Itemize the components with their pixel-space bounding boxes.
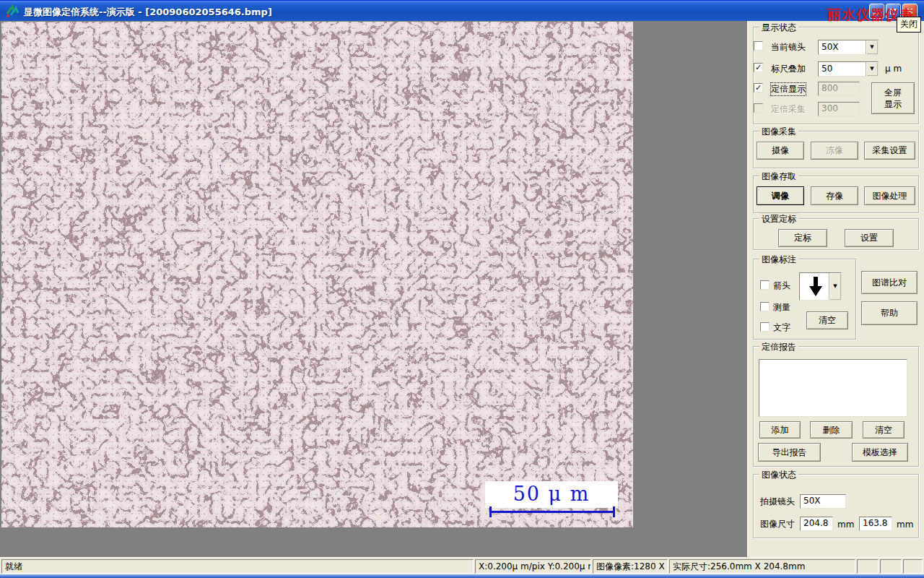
fixed-capture-label: 定倍采集 [771, 103, 806, 116]
close-tooltip: 关闭 [897, 17, 921, 33]
chevron-down-icon[interactable]: ▼ [866, 40, 878, 54]
app-window: 显微图像定倍系统--演示版 - [20090602055646.bmp] × 丽… [0, 0, 924, 578]
app-icon [5, 4, 19, 18]
group-display-status-title: 显示状态 [759, 22, 798, 34]
fixed-capture-checkbox [754, 103, 763, 113]
delete-report-button[interactable]: 删除 [810, 421, 853, 439]
ruler-overlay-checkbox[interactable]: ✓ [754, 63, 763, 72]
load-image-button[interactable]: 调像 [757, 186, 804, 205]
fixed-display-checkbox[interactable]: ✓ [754, 83, 763, 92]
group-image-status-title: 图像状态 [759, 469, 798, 481]
ruler-overlay-label: 标尺叠加 [771, 63, 806, 75]
chevron-down-icon[interactable]: ▼ [829, 273, 841, 300]
fixed-capture-field: 300 [818, 102, 860, 116]
status-empty-3 [903, 559, 923, 574]
status-empty-2 [880, 559, 902, 574]
group-report-title: 定倍报告 [759, 341, 798, 353]
image-size-label: 图像尺寸 [760, 518, 795, 530]
status-pixel-scale: X:0.200μ m/pix Y:0.200μ m/pix [475, 559, 591, 574]
fixed-display-field: 800 [818, 82, 860, 96]
scale-bar-tick-right [613, 506, 615, 517]
measure-label: 测量 [773, 301, 790, 314]
chevron-down-icon[interactable]: ▼ [866, 62, 878, 76]
freeze-button: 冻像 [811, 142, 858, 160]
measure-checkbox[interactable] [760, 302, 770, 311]
ruler-unit-label: μ m [885, 64, 902, 74]
clear-report-button[interactable]: 清空 [863, 421, 905, 439]
window-title: 显微图像定倍系统--演示版 - [20090602055646.bmp] [24, 6, 272, 19]
fullscreen-button[interactable]: 全屏 显示 [871, 82, 915, 114]
image-height-unit: mm [897, 519, 913, 530]
capture-button[interactable]: 摄像 [757, 142, 804, 160]
text-label: 文字 [773, 322, 790, 334]
status-image-pixels: 图像像素:1280 X 1024 [593, 559, 668, 574]
add-report-button[interactable]: 添加 [759, 421, 801, 439]
template-select-button[interactable]: 模板选择 [852, 443, 908, 462]
report-list[interactable] [759, 359, 907, 417]
shoot-lens-field: 50X [800, 494, 846, 509]
taskbar-edge [0, 574, 924, 578]
image-processing-button[interactable]: 图像处理 [864, 186, 915, 205]
image-width-unit: mm [837, 519, 854, 530]
scale-bar-label: 50 μ m [485, 481, 618, 508]
current-lens-checkbox[interactable] [754, 41, 763, 51]
text-checkbox[interactable] [760, 322, 770, 332]
specimen-image[interactable] [1, 22, 633, 527]
big-down-arrow-icon [808, 276, 824, 298]
status-actual-size: 实际尺寸:256.0mm X 204.8mm [669, 559, 855, 574]
title-bar: 显微图像定倍系统--演示版 - [20090602055646.bmp] × [0, 0, 924, 21]
calibrate-button[interactable]: 定标 [778, 229, 827, 247]
capture-settings-button[interactable]: 采集设置 [864, 142, 915, 160]
arrow-label: 箭头 [773, 280, 790, 292]
fixed-display-label: 定倍显示 [771, 83, 806, 95]
arrow-style-select[interactable]: ▼ [799, 272, 842, 301]
export-report-button[interactable]: 导出报告 [758, 443, 821, 462]
group-image-capture-title: 图像采集 [759, 126, 798, 138]
settings-button[interactable]: 设置 [845, 229, 894, 247]
arrow-checkbox[interactable] [760, 280, 770, 290]
clear-annotation-button[interactable]: 清空 [806, 311, 848, 329]
status-empty-1 [857, 559, 879, 574]
group-image-storage-title: 图像存取 [759, 171, 798, 183]
ruler-overlay-select[interactable]: 50 ▼ [818, 61, 879, 77]
image-height-field: 163.8 [859, 517, 892, 531]
group-calibration-title: 设置定标 [759, 213, 798, 225]
scale-bar-line [490, 511, 614, 513]
status-ready: 就绪 [1, 559, 474, 574]
shoot-lens-label: 拍摄镜头 [760, 496, 795, 508]
current-lens-label: 当前镜头 [771, 41, 806, 53]
help-button[interactable]: 帮助 [861, 301, 918, 325]
current-lens-select[interactable]: 50X ▼ [818, 40, 879, 55]
group-annotation-title: 图像标注 [759, 254, 798, 266]
scale-bar-tick-left [489, 506, 492, 517]
status-bar: 就绪 X:0.200μ m/pix Y:0.200μ m/pix 图像像素:12… [0, 557, 924, 574]
image-width-field: 204.8 [800, 517, 833, 531]
save-image-button[interactable]: 存像 [811, 186, 858, 205]
atlas-compare-button[interactable]: 图谱比对 [861, 271, 918, 294]
